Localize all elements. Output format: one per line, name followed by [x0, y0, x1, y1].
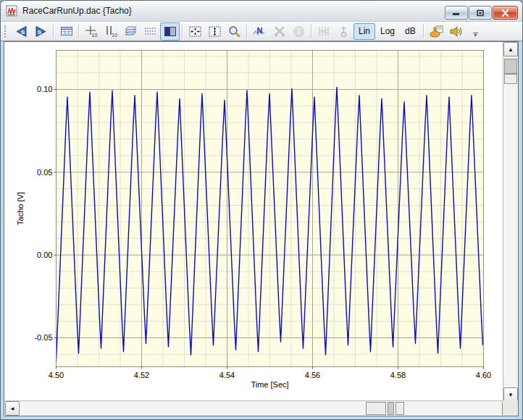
single-pane-view-button[interactable]	[160, 22, 180, 41]
send-hand-icon	[429, 25, 443, 38]
zoom-in-selection-button[interactable]	[185, 22, 205, 41]
scrollbar-corner	[503, 400, 518, 416]
toolbar-separator	[246, 24, 248, 38]
tacho-waveform-plot[interactable]: 4.504.524.544.564.584.600.100.050.00-0.0…	[4, 42, 503, 402]
svg-text:S: S	[21, 28, 25, 35]
harmonic-cursor-button[interactable]	[314, 22, 334, 41]
y-tick-label: 0.10	[37, 85, 52, 93]
zoom-in-selection-icon	[188, 25, 202, 38]
y-tick-label: -0.05	[34, 333, 52, 342]
y-tick-label: 0.00	[37, 251, 52, 259]
horizontal-scroll-thumb[interactable]	[388, 402, 394, 415]
horizontal-scrollbar[interactable]: ◄ ►	[4, 400, 518, 416]
scroll-left-icon: ◄	[9, 406, 15, 412]
minimize-icon	[452, 9, 461, 16]
x10-crosshair-cursor-button[interactable]: 10	[82, 22, 101, 41]
toolbar-separator	[311, 24, 312, 38]
x10-vertical-cursor-icon: 10	[104, 25, 118, 38]
previous-section-button[interactable]: S	[12, 22, 31, 41]
svg-text:10: 10	[92, 32, 98, 37]
data-table-icon	[60, 25, 73, 37]
x-tick-label: 4.58	[390, 371, 406, 379]
next-section-button[interactable]: S	[31, 22, 51, 41]
edit-waveform-button[interactable]: N	[250, 22, 269, 41]
svg-text:S: S	[38, 28, 42, 35]
single-pane-view-icon	[164, 26, 177, 37]
app-icon	[6, 5, 18, 17]
scroll-up-button[interactable]: ▲	[503, 42, 518, 56]
x10-vertical-cursor-button[interactable]: 10	[101, 22, 121, 41]
vertical-scrollbar[interactable]: ▲ ▼	[503, 42, 518, 402]
toolbar-grip[interactable]	[4, 25, 8, 38]
dotted-grid-icon	[144, 26, 157, 36]
svg-text:i: i	[298, 28, 300, 35]
titlebar[interactable]: RaceCarRunUp.dac {Tacho}	[1, 1, 522, 22]
scroll-up-icon: ▲	[508, 46, 514, 53]
zoom-out-selection-button[interactable]	[205, 22, 225, 41]
y-tick-label: 0.05	[37, 168, 52, 177]
restore-icon	[476, 9, 485, 17]
x-tick-label: 4.54	[219, 371, 235, 379]
x-axis-title: Time [Sec]	[251, 380, 288, 389]
vertical-scroll-thumb-handle[interactable]	[504, 74, 517, 84]
close-button[interactable]	[493, 6, 518, 20]
svg-text:N: N	[257, 25, 263, 34]
toolbar-separator	[182, 24, 183, 38]
scroll-down-button[interactable]: ▼	[503, 387, 518, 402]
chevron-down-icon: ▾	[474, 32, 477, 38]
horizontal-scroll-thumb-right-handle[interactable]	[396, 402, 404, 415]
anchor-cursor-icon	[338, 25, 350, 38]
zoom-button[interactable]	[225, 22, 244, 41]
speaker-icon	[449, 25, 463, 38]
scale-lin-button[interactable]: Lin	[353, 23, 375, 40]
previous-section-icon: S	[14, 25, 28, 38]
magnifier-icon	[227, 25, 241, 38]
harmonic-cursor-icon	[317, 25, 331, 37]
horizontal-scroll-thumb-left-handle[interactable]	[366, 402, 386, 415]
scroll-down-icon: ▼	[508, 392, 514, 398]
cut-button[interactable]	[269, 22, 289, 41]
app-window: RaceCarRunUp.dac {Tacho} S S	[0, 0, 523, 420]
close-icon	[501, 9, 509, 17]
send-to-button[interactable]	[427, 22, 446, 41]
y-axis-title: Tacho [V]	[16, 192, 25, 225]
x-tick-label: 4.56	[305, 371, 320, 379]
window-title: RaceCarRunUp.dac {Tacho}	[22, 6, 132, 16]
scroll-left-button[interactable]: ◄	[5, 401, 20, 416]
zoom-out-selection-icon	[208, 25, 222, 38]
scale-log-button[interactable]: Log	[375, 23, 400, 40]
anchor-cursor-button[interactable]	[334, 22, 353, 41]
toolbar-separator	[423, 24, 424, 38]
scale-db-button[interactable]: dB	[400, 23, 421, 40]
info-button[interactable]: i	[289, 22, 309, 41]
toolbar-separator	[53, 24, 54, 38]
x-tick-label: 4.52	[134, 371, 149, 379]
edit-waveform-icon: N	[253, 25, 267, 38]
overlay-plots-icon	[124, 25, 138, 37]
toolbar-separator	[78, 24, 80, 38]
audio-replay-button[interactable]	[446, 22, 466, 41]
x10-crosshair-icon: 10	[85, 25, 99, 38]
plot-workspace: 4.504.524.544.564.584.600.100.050.00-0.0…	[4, 41, 519, 416]
restore-button[interactable]	[469, 6, 492, 20]
data-table-button[interactable]	[57, 22, 76, 41]
overlay-plots-button[interactable]	[121, 22, 141, 41]
cut-icon	[273, 25, 286, 37]
vertical-scroll-thumb[interactable]	[504, 59, 517, 74]
svg-text:10: 10	[112, 32, 117, 37]
toolbar: S S 10	[1, 22, 522, 41]
info-icon: i	[293, 25, 305, 38]
x-tick-label: 4.50	[49, 371, 64, 379]
toolbar-overflow-button[interactable]: ▾	[473, 33, 478, 37]
minimize-button[interactable]	[445, 6, 468, 20]
x-tick-label: 4.60	[476, 371, 491, 379]
next-section-icon: S	[34, 25, 48, 38]
dotted-grid-button[interactable]	[141, 22, 160, 41]
